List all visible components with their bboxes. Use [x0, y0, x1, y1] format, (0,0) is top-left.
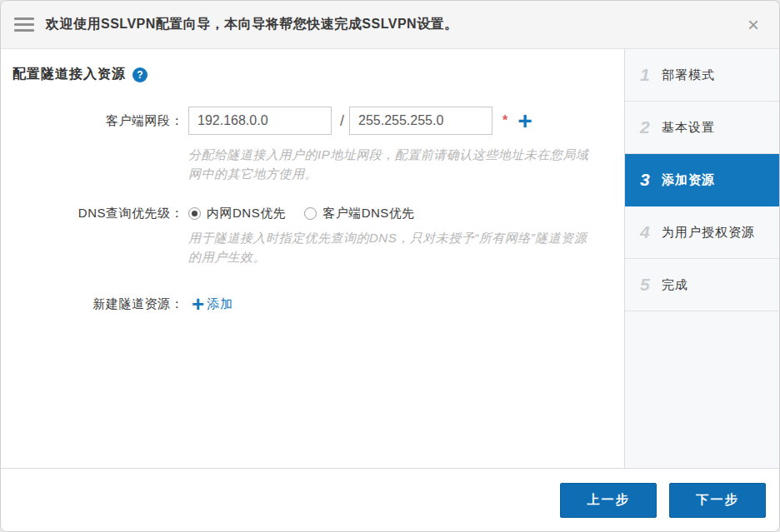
radio-selected-icon[interactable] [188, 207, 201, 220]
new-tunnel-label: 新建隧道资源： [12, 296, 183, 312]
step-label: 为用户授权资源 [662, 225, 755, 241]
dialog-body: 配置隧道接入资源 ? 客户端网段： / * + 分配给隧道接入用户的IP地址网段… [1, 49, 779, 468]
dns-priority-row: DNS查询优先级： 内网DNS优先 客户端DNS优先 [12, 206, 624, 221]
step-label: 完成 [662, 277, 688, 293]
add-icon: + [192, 293, 204, 315]
step-authorize-users[interactable]: 4 为用户授权资源 [625, 206, 779, 259]
help-icon[interactable]: ? [132, 67, 148, 82]
dns-priority-hint: 用于隧道接入时指定优先查询的DNS，只对未授予“所有网络”隧道资源的用户生效。 [188, 228, 591, 267]
required-asterisk: * [502, 113, 508, 128]
step-label: 添加资源 [662, 172, 715, 188]
radio-client-dns-label: 客户端DNS优先 [322, 206, 415, 221]
step-number: 2 [640, 117, 662, 137]
step-deploy-mode[interactable]: 1 部署模式 [625, 49, 779, 102]
step-number: 3 [640, 170, 662, 190]
client-segment-row: 客户端网段： / * + [12, 107, 624, 135]
dialog-header: 欢迎使用SSLVPN配置向导，本向导将帮您快速完成SSLVPN设置。 × [1, 1, 779, 49]
client-segment-hint: 分配给隧道接入用户的IP地址网段，配置前请确认这些地址未在您局域网中的其它地方使… [188, 145, 591, 184]
dialog-title: 欢迎使用SSLVPN配置向导，本向导将帮您快速完成SSLVPN设置。 [46, 16, 744, 33]
ip-mask-separator: / [340, 112, 344, 130]
step-basic-settings[interactable]: 2 基本设置 [625, 102, 779, 154]
subnet-mask-input[interactable] [349, 107, 492, 135]
prev-step-button[interactable]: 上一步 [560, 483, 657, 518]
dns-radio-group: 内网DNS优先 客户端DNS优先 [188, 206, 433, 221]
radio-internal-dns-label: 内网DNS优先 [207, 206, 286, 221]
add-link-label: 添加 [207, 296, 233, 312]
step-number: 5 [640, 275, 662, 295]
step-number: 4 [640, 222, 662, 242]
client-segment-label: 客户端网段： [12, 113, 183, 129]
step-finish[interactable]: 5 完成 [625, 259, 779, 311]
radio-internal-dns[interactable]: 内网DNS优先 [188, 206, 286, 221]
step-label: 基本设置 [662, 120, 715, 136]
sslvpn-wizard-dialog: 欢迎使用SSLVPN配置向导，本向导将帮您快速完成SSLVPN设置。 × 配置隧… [0, 0, 780, 532]
section-title: 配置隧道接入资源 [12, 66, 126, 83]
client-ip-input[interactable] [188, 107, 332, 135]
add-tunnel-resource-link[interactable]: + 添加 [192, 293, 233, 315]
dns-priority-label: DNS查询优先级： [12, 206, 183, 221]
section-header: 配置隧道接入资源 ? [12, 66, 624, 83]
radio-client-dns[interactable]: 客户端DNS优先 [304, 206, 415, 221]
radio-unselected-icon[interactable] [304, 207, 317, 220]
main-content: 配置隧道接入资源 ? 客户端网段： / * + 分配给隧道接入用户的IP地址网段… [1, 49, 624, 468]
step-add-resources[interactable]: 3 添加资源 [625, 154, 779, 206]
close-icon[interactable]: × [744, 13, 762, 37]
menu-icon[interactable] [14, 17, 34, 32]
dialog-footer: 上一步 下一步 [1, 468, 779, 531]
add-segment-icon[interactable]: + [518, 108, 532, 133]
step-number: 1 [640, 65, 662, 85]
next-step-button[interactable]: 下一步 [669, 483, 766, 518]
step-label: 部署模式 [662, 67, 715, 83]
wizard-steps-sidebar: 1 部署模式 2 基本设置 3 添加资源 4 为用户授权资源 5 完成 [624, 49, 779, 468]
new-tunnel-row: 新建隧道资源： + 添加 [12, 293, 624, 315]
